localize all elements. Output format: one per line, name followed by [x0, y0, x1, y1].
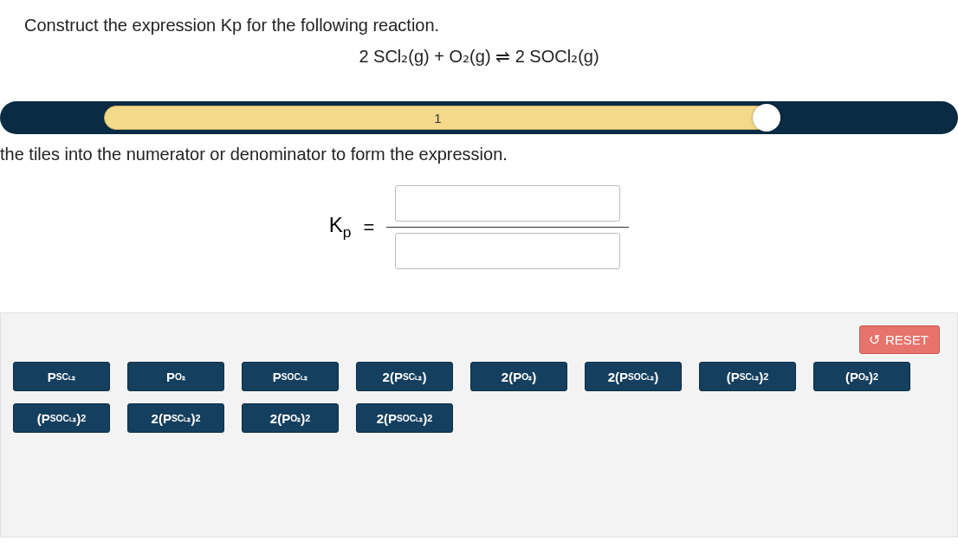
tile[interactable]: PSCl₂ [13, 362, 110, 391]
reset-button[interactable]: ↺ RESET [859, 325, 940, 354]
instruction-text: the tiles into the numerator or denomina… [0, 134, 958, 164]
tile[interactable]: 2(PO₂)2 [242, 403, 339, 433]
progress-knob[interactable] [753, 104, 780, 132]
fraction-line [386, 227, 629, 228]
kp-letter: K [329, 213, 343, 236]
tile[interactable]: 2(PSCl₂) [356, 362, 453, 391]
tile-row-1: PSCl₂PO₂PSOCl₂2(PSCl₂)2(PO₂)2(PSOCl₂)(PS… [10, 362, 948, 391]
kp-subscript: p [343, 223, 352, 241]
tile[interactable]: 2(PO₂) [470, 362, 567, 391]
progress-bar-fill: 1 [104, 106, 772, 130]
prompt-text: Construct the expression Kp for the foll… [0, 0, 958, 35]
tile[interactable]: (PSOCl₂)2 [13, 403, 110, 433]
tile[interactable]: PSOCl₂ [242, 362, 339, 391]
kp-label: Kp [329, 213, 352, 241]
numerator-slot[interactable] [395, 185, 620, 222]
tile[interactable]: 2(PSCl₂)2 [127, 403, 224, 433]
tile-rows: PSCl₂PO₂PSOCl₂2(PSCl₂)2(PO₂)2(PSOCl₂)(PS… [10, 362, 948, 433]
tile-row-2: (PSOCl₂)22(PSCl₂)22(PO₂)22(PSOCl₂)2 [10, 403, 948, 433]
reset-label: RESET [885, 332, 929, 347]
tile-panel: ↺ RESET PSCl₂PO₂PSOCl₂2(PSCl₂)2(PO₂)2(PS… [0, 312, 958, 537]
fraction-container [386, 185, 629, 269]
tile[interactable]: 2(PSOCl₂)2 [356, 403, 453, 433]
tile[interactable]: (PO₂)2 [813, 362, 910, 391]
progress-bar: 1 [0, 101, 958, 134]
equals-sign: = [363, 216, 374, 239]
kp-expression-area: Kp = [0, 185, 958, 269]
tile[interactable]: 2(PSOCl₂) [585, 362, 682, 391]
tile[interactable]: (PSCl₂)2 [699, 362, 796, 391]
denominator-slot[interactable] [395, 233, 620, 269]
progress-label: 1 [434, 111, 441, 126]
undo-icon: ↺ [869, 333, 880, 347]
reaction-equation: 2 SCl₂(g) + O₂(g) ⇌ 2 SOCl₂(g) [0, 46, 958, 67]
tile[interactable]: PO₂ [127, 362, 224, 391]
